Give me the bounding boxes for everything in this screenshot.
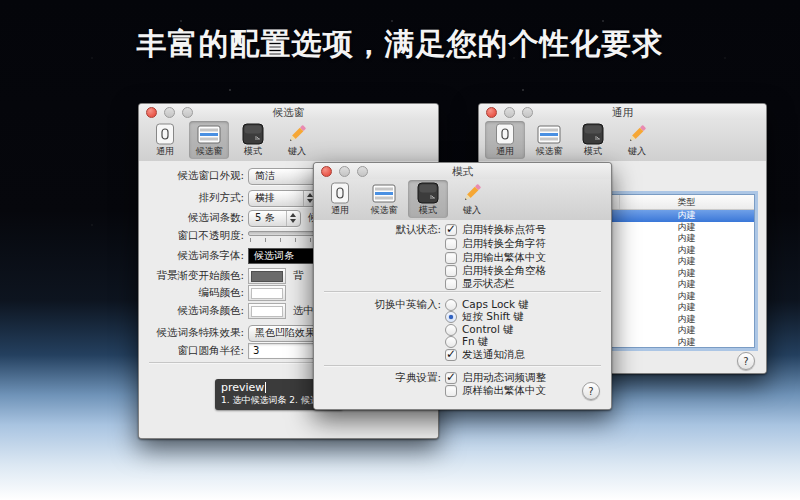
cell-type: 内建 <box>619 256 754 268</box>
toolbar-tab-label: 键入 <box>463 205 481 216</box>
mode-keycap-icon <box>242 122 264 146</box>
cell-type: 内建 <box>619 314 754 326</box>
toolbar-tab-label: 模式 <box>244 146 262 157</box>
checkbox-label: 启用动态词频调整 <box>462 371 546 385</box>
toolbar-tab-label: 键入 <box>628 146 646 157</box>
input-key-icon <box>495 122 515 146</box>
toolbar-tab-mode[interactable]: 模式 <box>573 121 613 159</box>
color-swatch <box>251 271 283 282</box>
cell-type: 内建 <box>619 302 754 314</box>
cell-type: 内建 <box>619 279 754 291</box>
checkbox-label: 启用转换全角空格 <box>462 264 546 278</box>
cell-type: 内建 <box>619 233 754 245</box>
toolbar-tab-typing[interactable]: 键入 <box>617 121 657 159</box>
checkbox-punctuation[interactable] <box>445 224 457 236</box>
toolbar-tab-candidate[interactable]: 候选窗 <box>189 121 229 159</box>
checkbox-send-notification[interactable] <box>445 349 457 361</box>
titlebar[interactable]: 通用 <box>479 104 766 120</box>
titlebar[interactable]: 模式 <box>314 163 611 179</box>
toolbar-tab-label: 模式 <box>419 205 437 216</box>
field-label: 背景渐变开始颜色: <box>139 269 244 283</box>
preview-input-text: preview <box>221 381 264 394</box>
candidate-count-popup[interactable]: 5 条 <box>248 210 301 227</box>
pencil-icon <box>285 122 309 146</box>
toolbar-tab-label: 键入 <box>288 146 306 157</box>
toolbar-tab-label: 候选窗 <box>536 146 563 157</box>
checkbox-label: 原样输出繁体中文 <box>462 384 546 398</box>
checkbox-row: 原样输出繁体中文 <box>445 384 546 397</box>
divider <box>324 365 601 366</box>
help-button[interactable]: ? <box>737 352 755 370</box>
popup-value: 黑色凹陷效果 <box>249 326 315 340</box>
checkbox-fullwidth-space[interactable] <box>445 265 457 277</box>
cell-type: 内建 <box>619 222 754 234</box>
input-key-icon <box>330 181 350 205</box>
toolbar-tab-typing[interactable]: 键入 <box>277 121 317 159</box>
section-label: 默认状态: <box>314 223 441 237</box>
checkbox-row: 发送通知消息 <box>445 348 525 361</box>
code-color-well[interactable] <box>248 285 286 301</box>
truncated-label: 背 <box>293 269 304 283</box>
toolbar-tab-label: 通用 <box>156 146 174 157</box>
checkbox-label: 显示状态栏 <box>462 277 515 291</box>
titlebar[interactable]: 候选窗 <box>139 104 438 120</box>
checkbox-label: 发送通知消息 <box>462 348 525 362</box>
radio-caps-lock[interactable] <box>445 299 457 311</box>
checkbox-label: 启用输出繁体中文 <box>462 251 546 265</box>
cell-type: 内建 <box>619 291 754 303</box>
toolbar-tab-general[interactable]: 通用 <box>145 121 185 159</box>
mode-keycap-icon <box>417 181 439 205</box>
marketing-headline: 丰富的配置选项，满足您的个性化要求 <box>0 24 800 65</box>
popup-value: 横排 <box>249 191 275 205</box>
mode-settings-content: 默认状态: 启用转换标点符号 启用转换全角字符 启用输出繁体中文 启用转换全角空… <box>314 220 611 409</box>
truncated-label: 选中 <box>293 304 314 318</box>
field-label: 候选窗口外观: <box>139 169 244 183</box>
toolbar-tab-candidate[interactable]: 候选窗 <box>364 180 404 218</box>
checkbox-row: 启用转换全角字符 <box>445 237 546 250</box>
cell-type: 内建 <box>619 245 754 257</box>
checkbox-row: 启用转换全角空格 <box>445 264 546 277</box>
window-title: 模式 <box>314 165 611 179</box>
checkbox-fullwidth-chars[interactable] <box>445 238 457 250</box>
field-label: 候选词条数: <box>139 211 244 225</box>
help-button[interactable]: ? <box>582 382 600 400</box>
checkbox-row: 显示状态栏 <box>445 277 515 290</box>
candidate-window-icon <box>197 122 221 146</box>
checkbox-dynamic-frequency[interactable] <box>445 372 457 384</box>
checkbox-status-bar[interactable] <box>445 278 457 290</box>
radio-row: 短按 Shift 键 <box>445 310 524 323</box>
color-swatch <box>251 306 283 317</box>
popup-arrows-icon <box>286 211 300 226</box>
field-label: 编码颜色: <box>139 286 244 300</box>
toolbar-tab-label: 候选窗 <box>196 146 223 157</box>
toolbar-tab-mode[interactable]: 模式 <box>233 121 273 159</box>
cell-type: 内建 <box>619 325 754 337</box>
toolbar-tab-label: 候选窗 <box>371 205 398 216</box>
toolbar-tab-general[interactable]: 通用 <box>320 180 360 218</box>
section-label: 字典设置: <box>314 371 441 385</box>
radio-label: Fn 键 <box>462 335 489 349</box>
divider <box>324 291 601 292</box>
entry-color-well[interactable] <box>248 303 286 319</box>
cell-type: 内建 <box>619 210 754 222</box>
radio-control[interactable] <box>445 324 457 336</box>
toolbar-tab-label: 通用 <box>496 146 514 157</box>
toolbar-tab-candidate[interactable]: 候选窗 <box>529 121 569 159</box>
cell-type: 内建 <box>619 268 754 280</box>
arrangement-popup[interactable]: 横排 <box>248 190 318 207</box>
radio-shift[interactable] <box>445 311 457 323</box>
field-label: 排列方式: <box>139 191 244 205</box>
section-label: 切换中英输入: <box>314 298 441 312</box>
popup-value: 简洁 <box>249 169 275 183</box>
checkbox-label: 启用转换标点符号 <box>462 223 546 237</box>
toolbar-tab-typing[interactable]: 键入 <box>452 180 492 218</box>
toolbar-tab-mode[interactable]: 模式 <box>408 180 448 218</box>
toolbar-tab-general[interactable]: 通用 <box>485 121 525 159</box>
checkbox-traditional-asis[interactable] <box>445 385 457 397</box>
pencil-icon <box>625 122 649 146</box>
checkbox-traditional-output[interactable] <box>445 252 457 264</box>
popup-value: 5 条 <box>249 211 275 225</box>
candidate-window-icon <box>537 122 561 146</box>
bg-gradient-color-well[interactable] <box>248 268 286 284</box>
toolbar-tab-label: 模式 <box>584 146 602 157</box>
